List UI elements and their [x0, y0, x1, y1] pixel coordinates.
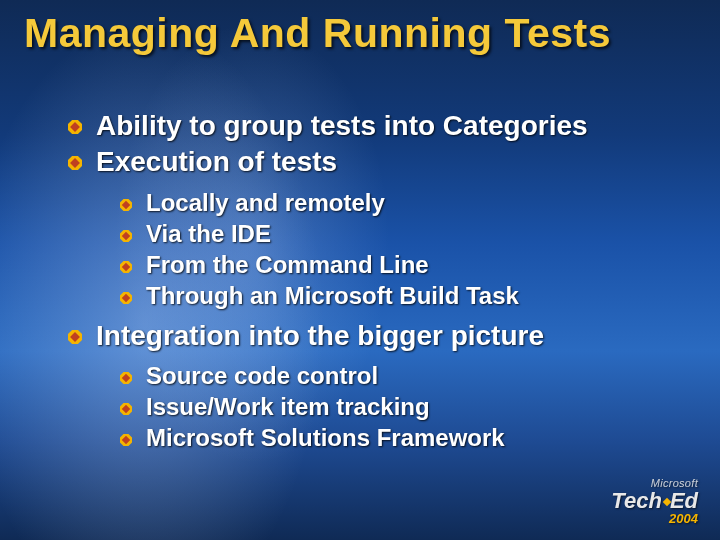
- bullet-text: Through an Microsoft Build Task: [146, 280, 519, 311]
- bullet-item: Ability to group tests into Categories: [68, 108, 680, 144]
- bullet-text: Via the IDE: [146, 218, 271, 249]
- dot-icon: [663, 498, 671, 506]
- footer-year: 2004: [611, 511, 698, 526]
- footer-logo: Microsoft TechEd 2004: [611, 477, 698, 526]
- sub-bullet-item: Issue/Work item tracking: [120, 391, 680, 422]
- bullet-icon: [120, 290, 132, 308]
- bullet-item: Integration into the bigger picture: [68, 318, 680, 354]
- sub-bullet-item: Locally and remotely: [120, 187, 680, 218]
- bullet-icon: [68, 330, 82, 348]
- bullet-icon: [120, 197, 132, 215]
- slide-title: Managing And Running Tests: [24, 10, 696, 57]
- bullet-text: Issue/Work item tracking: [146, 391, 430, 422]
- slide-content: Ability to group tests into Categories E…: [48, 108, 680, 453]
- bullet-icon: [120, 432, 132, 450]
- slide: Managing And Running Tests Ability to gr…: [0, 0, 720, 540]
- sub-bullet-item: Through an Microsoft Build Task: [120, 280, 680, 311]
- bullet-text: Ability to group tests into Categories: [96, 108, 588, 144]
- sub-bullet-item: Microsoft Solutions Framework: [120, 422, 680, 453]
- bullet-icon: [120, 370, 132, 388]
- sub-bullet-item: Source code control: [120, 360, 680, 391]
- bullet-text: Integration into the bigger picture: [96, 318, 544, 354]
- bullet-icon: [68, 120, 82, 138]
- bullet-text: Locally and remotely: [146, 187, 385, 218]
- bullet-icon: [120, 401, 132, 419]
- sub-bullet-item: From the Command Line: [120, 249, 680, 280]
- bullet-icon: [120, 259, 132, 277]
- footer-brand: Microsoft: [611, 477, 698, 489]
- bullet-icon: [120, 228, 132, 246]
- bullet-text: Execution of tests: [96, 144, 337, 180]
- bullet-item: Execution of tests: [68, 144, 680, 180]
- bullet-icon: [68, 156, 82, 174]
- bullet-text: Microsoft Solutions Framework: [146, 422, 505, 453]
- footer-event: TechEd: [611, 490, 698, 512]
- bullet-text: Source code control: [146, 360, 378, 391]
- bullet-text: From the Command Line: [146, 249, 429, 280]
- sub-bullet-item: Via the IDE: [120, 218, 680, 249]
